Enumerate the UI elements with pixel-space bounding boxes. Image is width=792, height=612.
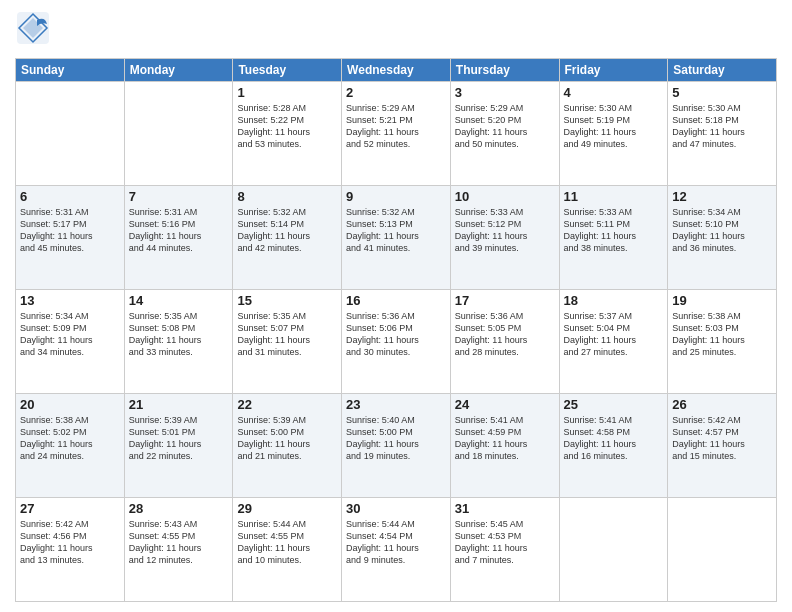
cell-content: Sunrise: 5:31 AM Sunset: 5:16 PM Dayligh… xyxy=(129,206,229,255)
day-number: 11 xyxy=(564,189,664,204)
cell-content: Sunrise: 5:38 AM Sunset: 5:03 PM Dayligh… xyxy=(672,310,772,359)
day-number: 23 xyxy=(346,397,446,412)
calendar-cell: 15Sunrise: 5:35 AM Sunset: 5:07 PM Dayli… xyxy=(233,290,342,394)
calendar-week-row: 20Sunrise: 5:38 AM Sunset: 5:02 PM Dayli… xyxy=(16,394,777,498)
cell-content: Sunrise: 5:34 AM Sunset: 5:09 PM Dayligh… xyxy=(20,310,120,359)
weekday-header: Saturday xyxy=(668,59,777,82)
day-number: 15 xyxy=(237,293,337,308)
weekday-header: Monday xyxy=(124,59,233,82)
cell-content: Sunrise: 5:42 AM Sunset: 4:57 PM Dayligh… xyxy=(672,414,772,463)
day-number: 4 xyxy=(564,85,664,100)
day-number: 6 xyxy=(20,189,120,204)
calendar-cell: 18Sunrise: 5:37 AM Sunset: 5:04 PM Dayli… xyxy=(559,290,668,394)
day-number: 16 xyxy=(346,293,446,308)
calendar-cell: 25Sunrise: 5:41 AM Sunset: 4:58 PM Dayli… xyxy=(559,394,668,498)
day-number: 25 xyxy=(564,397,664,412)
cell-content: Sunrise: 5:33 AM Sunset: 5:12 PM Dayligh… xyxy=(455,206,555,255)
calendar-cell xyxy=(668,498,777,602)
calendar-week-row: 6Sunrise: 5:31 AM Sunset: 5:17 PM Daylig… xyxy=(16,186,777,290)
day-number: 3 xyxy=(455,85,555,100)
calendar-cell: 19Sunrise: 5:38 AM Sunset: 5:03 PM Dayli… xyxy=(668,290,777,394)
day-number: 18 xyxy=(564,293,664,308)
calendar-week-row: 1Sunrise: 5:28 AM Sunset: 5:22 PM Daylig… xyxy=(16,82,777,186)
calendar-cell: 13Sunrise: 5:34 AM Sunset: 5:09 PM Dayli… xyxy=(16,290,125,394)
calendar-cell: 2Sunrise: 5:29 AM Sunset: 5:21 PM Daylig… xyxy=(342,82,451,186)
calendar-cell: 20Sunrise: 5:38 AM Sunset: 5:02 PM Dayli… xyxy=(16,394,125,498)
cell-content: Sunrise: 5:32 AM Sunset: 5:14 PM Dayligh… xyxy=(237,206,337,255)
calendar-cell: 8Sunrise: 5:32 AM Sunset: 5:14 PM Daylig… xyxy=(233,186,342,290)
cell-content: Sunrise: 5:44 AM Sunset: 4:54 PM Dayligh… xyxy=(346,518,446,567)
cell-content: Sunrise: 5:35 AM Sunset: 5:08 PM Dayligh… xyxy=(129,310,229,359)
calendar-cell: 12Sunrise: 5:34 AM Sunset: 5:10 PM Dayli… xyxy=(668,186,777,290)
calendar-cell: 9Sunrise: 5:32 AM Sunset: 5:13 PM Daylig… xyxy=(342,186,451,290)
day-number: 10 xyxy=(455,189,555,204)
calendar-cell: 14Sunrise: 5:35 AM Sunset: 5:08 PM Dayli… xyxy=(124,290,233,394)
calendar-cell: 3Sunrise: 5:29 AM Sunset: 5:20 PM Daylig… xyxy=(450,82,559,186)
calendar-cell: 17Sunrise: 5:36 AM Sunset: 5:05 PM Dayli… xyxy=(450,290,559,394)
calendar-cell: 5Sunrise: 5:30 AM Sunset: 5:18 PM Daylig… xyxy=(668,82,777,186)
day-number: 28 xyxy=(129,501,229,516)
cell-content: Sunrise: 5:30 AM Sunset: 5:19 PM Dayligh… xyxy=(564,102,664,151)
weekday-header: Thursday xyxy=(450,59,559,82)
cell-content: Sunrise: 5:35 AM Sunset: 5:07 PM Dayligh… xyxy=(237,310,337,359)
day-number: 8 xyxy=(237,189,337,204)
calendar-header-row: SundayMondayTuesdayWednesdayThursdayFrid… xyxy=(16,59,777,82)
cell-content: Sunrise: 5:37 AM Sunset: 5:04 PM Dayligh… xyxy=(564,310,664,359)
calendar-week-row: 27Sunrise: 5:42 AM Sunset: 4:56 PM Dayli… xyxy=(16,498,777,602)
day-number: 22 xyxy=(237,397,337,412)
calendar-cell: 28Sunrise: 5:43 AM Sunset: 4:55 PM Dayli… xyxy=(124,498,233,602)
calendar-cell: 31Sunrise: 5:45 AM Sunset: 4:53 PM Dayli… xyxy=(450,498,559,602)
cell-content: Sunrise: 5:38 AM Sunset: 5:02 PM Dayligh… xyxy=(20,414,120,463)
day-number: 1 xyxy=(237,85,337,100)
calendar-cell: 22Sunrise: 5:39 AM Sunset: 5:00 PM Dayli… xyxy=(233,394,342,498)
calendar-cell: 6Sunrise: 5:31 AM Sunset: 5:17 PM Daylig… xyxy=(16,186,125,290)
cell-content: Sunrise: 5:41 AM Sunset: 4:59 PM Dayligh… xyxy=(455,414,555,463)
cell-content: Sunrise: 5:32 AM Sunset: 5:13 PM Dayligh… xyxy=(346,206,446,255)
day-number: 31 xyxy=(455,501,555,516)
day-number: 21 xyxy=(129,397,229,412)
cell-content: Sunrise: 5:39 AM Sunset: 5:01 PM Dayligh… xyxy=(129,414,229,463)
cell-content: Sunrise: 5:36 AM Sunset: 5:05 PM Dayligh… xyxy=(455,310,555,359)
cell-content: Sunrise: 5:29 AM Sunset: 5:21 PM Dayligh… xyxy=(346,102,446,151)
day-number: 29 xyxy=(237,501,337,516)
day-number: 9 xyxy=(346,189,446,204)
weekday-header: Tuesday xyxy=(233,59,342,82)
day-number: 20 xyxy=(20,397,120,412)
day-number: 7 xyxy=(129,189,229,204)
cell-content: Sunrise: 5:29 AM Sunset: 5:20 PM Dayligh… xyxy=(455,102,555,151)
day-number: 13 xyxy=(20,293,120,308)
main-container: SundayMondayTuesdayWednesdayThursdayFrid… xyxy=(0,0,792,612)
weekday-header: Wednesday xyxy=(342,59,451,82)
calendar-cell xyxy=(559,498,668,602)
cell-content: Sunrise: 5:44 AM Sunset: 4:55 PM Dayligh… xyxy=(237,518,337,567)
day-number: 17 xyxy=(455,293,555,308)
cell-content: Sunrise: 5:33 AM Sunset: 5:11 PM Dayligh… xyxy=(564,206,664,255)
calendar-table: SundayMondayTuesdayWednesdayThursdayFrid… xyxy=(15,58,777,602)
calendar-cell: 11Sunrise: 5:33 AM Sunset: 5:11 PM Dayli… xyxy=(559,186,668,290)
calendar-week-row: 13Sunrise: 5:34 AM Sunset: 5:09 PM Dayli… xyxy=(16,290,777,394)
calendar-cell: 16Sunrise: 5:36 AM Sunset: 5:06 PM Dayli… xyxy=(342,290,451,394)
cell-content: Sunrise: 5:31 AM Sunset: 5:17 PM Dayligh… xyxy=(20,206,120,255)
day-number: 26 xyxy=(672,397,772,412)
weekday-header: Friday xyxy=(559,59,668,82)
cell-content: Sunrise: 5:45 AM Sunset: 4:53 PM Dayligh… xyxy=(455,518,555,567)
cell-content: Sunrise: 5:30 AM Sunset: 5:18 PM Dayligh… xyxy=(672,102,772,151)
weekday-header: Sunday xyxy=(16,59,125,82)
cell-content: Sunrise: 5:43 AM Sunset: 4:55 PM Dayligh… xyxy=(129,518,229,567)
day-number: 12 xyxy=(672,189,772,204)
calendar-cell: 10Sunrise: 5:33 AM Sunset: 5:12 PM Dayli… xyxy=(450,186,559,290)
calendar-cell: 26Sunrise: 5:42 AM Sunset: 4:57 PM Dayli… xyxy=(668,394,777,498)
calendar-cell: 7Sunrise: 5:31 AM Sunset: 5:16 PM Daylig… xyxy=(124,186,233,290)
cell-content: Sunrise: 5:42 AM Sunset: 4:56 PM Dayligh… xyxy=(20,518,120,567)
calendar-cell: 27Sunrise: 5:42 AM Sunset: 4:56 PM Dayli… xyxy=(16,498,125,602)
calendar-cell: 23Sunrise: 5:40 AM Sunset: 5:00 PM Dayli… xyxy=(342,394,451,498)
calendar-cell xyxy=(16,82,125,186)
cell-content: Sunrise: 5:36 AM Sunset: 5:06 PM Dayligh… xyxy=(346,310,446,359)
calendar-cell: 21Sunrise: 5:39 AM Sunset: 5:01 PM Dayli… xyxy=(124,394,233,498)
calendar-cell: 30Sunrise: 5:44 AM Sunset: 4:54 PM Dayli… xyxy=(342,498,451,602)
cell-content: Sunrise: 5:28 AM Sunset: 5:22 PM Dayligh… xyxy=(237,102,337,151)
day-number: 14 xyxy=(129,293,229,308)
calendar-cell: 24Sunrise: 5:41 AM Sunset: 4:59 PM Dayli… xyxy=(450,394,559,498)
day-number: 30 xyxy=(346,501,446,516)
cell-content: Sunrise: 5:41 AM Sunset: 4:58 PM Dayligh… xyxy=(564,414,664,463)
